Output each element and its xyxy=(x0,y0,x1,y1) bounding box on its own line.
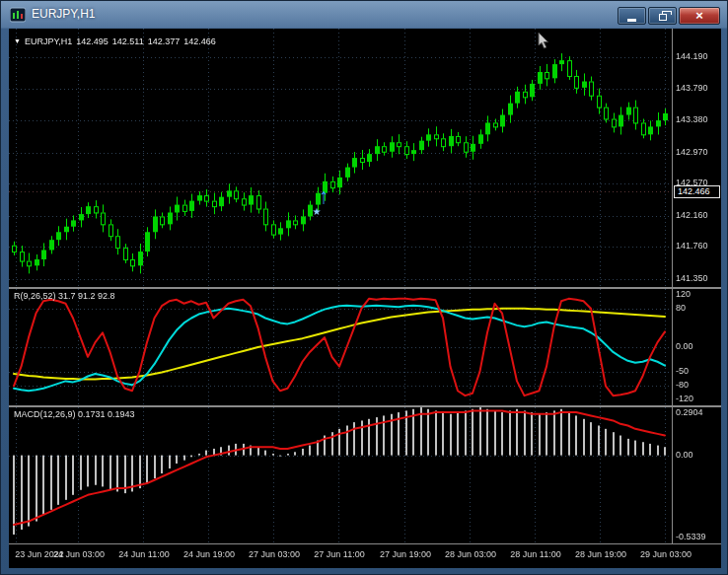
time-axis[interactable]: 23 Jun 202224 Jun 03:0024 Jun 11:0024 Ju… xyxy=(9,547,721,567)
bid-price-box: 142.466 xyxy=(674,185,720,198)
ohlc-high-value: 142.511 xyxy=(112,36,144,46)
close-icon: × xyxy=(695,8,703,24)
price-axis-label[interactable]: 143.790 xyxy=(676,83,708,93)
time-axis-label: 24 Jun 19:00 xyxy=(179,549,240,559)
price-axis-label[interactable]: 144.190 xyxy=(676,51,708,61)
chart-client-area: ▼EURJPY,H1142.495142.511142.377142.466 R… xyxy=(9,29,721,568)
chart-app-icon xyxy=(10,7,26,23)
time-axis-label: 27 Jun 11:00 xyxy=(309,549,370,559)
macd-axis-label[interactable]: 0.2904 xyxy=(676,407,703,417)
titlebar[interactable]: EURJPY,H1 × xyxy=(1,1,727,29)
time-axis-label: 29 Jun 03:00 xyxy=(635,549,696,559)
price-axis-label[interactable]: 143.380 xyxy=(676,114,708,124)
ohlc-open-value: 142.495 xyxy=(76,36,109,46)
ohlc-low-value: 142.377 xyxy=(148,36,181,46)
r-indicator-label: R(9,26,52) 31.7 91.2 92.8 xyxy=(14,291,115,301)
time-axis-label: 28 Jun 03:00 xyxy=(440,549,501,559)
restore-icon xyxy=(659,14,667,21)
macd-axis-label[interactable]: 0.00 xyxy=(676,450,693,460)
ohlc-close-value: 142.466 xyxy=(183,36,216,46)
macd-axis-label[interactable]: -0.5339 xyxy=(676,532,706,541)
time-axis-label: 27 Jun 03:00 xyxy=(244,549,305,559)
r-axis-label[interactable]: -50 xyxy=(676,366,689,376)
ohlc-info-line: ▼EURJPY,H1142.495142.511142.377142.466 xyxy=(14,36,220,46)
buy-arrow-icon[interactable]: ↑ xyxy=(319,184,328,206)
one-click-trading-icon[interactable]: ▼ xyxy=(14,37,21,44)
price-axis-label[interactable]: 141.760 xyxy=(676,241,708,251)
time-axis-label: 24 Jun 03:00 xyxy=(48,549,109,559)
time-axis-label: 28 Jun 19:00 xyxy=(570,549,631,559)
minimize-button[interactable] xyxy=(618,7,646,25)
close-button[interactable]: × xyxy=(679,7,720,25)
restore-button[interactable] xyxy=(648,7,677,25)
price-chart-canvas[interactable] xyxy=(9,29,721,568)
r-axis-label[interactable]: 0.00 xyxy=(676,341,693,351)
time-axis-label: 27 Jun 19:00 xyxy=(375,549,436,559)
minimize-icon xyxy=(627,19,636,22)
window-title: EURJPY,H1 xyxy=(32,1,95,28)
time-axis-label: 24 Jun 11:00 xyxy=(113,549,175,559)
macd-indicator-label: MACD(12,26,9) 0.1731 0.1943 xyxy=(14,409,135,419)
r-axis-label[interactable]: -120 xyxy=(676,394,693,403)
time-axis-label: 28 Jun 11:00 xyxy=(505,549,566,559)
r-axis-label[interactable]: 120 xyxy=(676,289,691,299)
r-axis-label[interactable]: 80 xyxy=(676,303,686,313)
price-axis-label[interactable]: 142.970 xyxy=(676,147,708,157)
symbol-period-label: EURJPY,H1 xyxy=(25,36,72,46)
star-marker-icon[interactable]: ★ xyxy=(313,207,322,217)
mt4-chart-window: EURJPY,H1 × ▼EURJPY,H1142.495142.511142.… xyxy=(0,0,728,575)
r-axis-label[interactable]: -80 xyxy=(676,380,689,390)
window-controls: × xyxy=(618,7,720,25)
price-axis-label[interactable]: 141.350 xyxy=(676,273,708,283)
mouse-cursor-icon xyxy=(538,33,549,50)
price-axis-label[interactable]: 142.160 xyxy=(676,210,708,220)
